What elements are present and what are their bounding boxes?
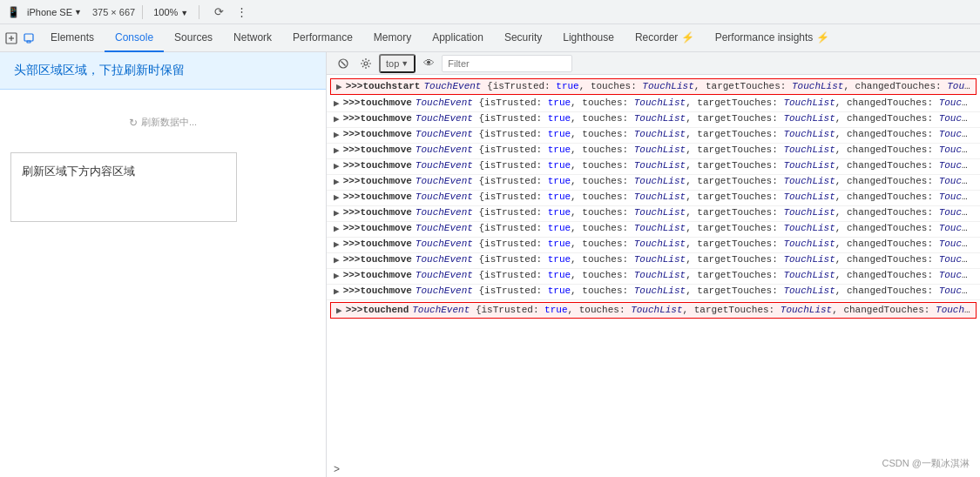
tab-elements[interactable]: Elements [40, 24, 105, 52]
expand-arrow[interactable]: ▶ [334, 223, 340, 234]
tab-performance[interactable]: Performance [282, 24, 363, 52]
console-row: ▶>>>touchmove TouchEvent {isTrusted: tru… [327, 285, 980, 300]
expand-arrow[interactable]: ▶ [334, 207, 340, 218]
console-row: ▶>>>touchmove TouchEvent {isTrusted: tru… [327, 269, 980, 285]
svg-rect-3 [24, 34, 33, 41]
console-row: ▶>>>touchmove TouchEvent {isTrusted: tru… [327, 222, 980, 238]
watermark: CSDN @一颗冰淇淋 [882, 457, 970, 470]
inspect-icon[interactable] [3, 30, 19, 46]
expand-arrow[interactable]: ▶ [334, 286, 340, 297]
console-text: TouchEvent {isTrusted: true, touches: To… [416, 97, 973, 108]
console-text: TouchEvent {isTrusted: true, touches: To… [416, 270, 973, 280]
separator2 [199, 5, 199, 19]
console-row: ▶>>>touchmove TouchEvent {isTrusted: tru… [327, 238, 980, 253]
console-text: TouchEvent {isTrusted: true, touches: To… [416, 223, 973, 233]
tab-application[interactable]: Application [422, 24, 494, 52]
chevron-down-icon: ▼ [401, 59, 409, 68]
console-output[interactable]: ▶>>>touchstart TouchEvent {isTrusted: tr… [327, 75, 980, 461]
expand-arrow[interactable]: ▶ [336, 81, 342, 92]
console-text: TouchEvent {isTrusted: true, touches: To… [416, 113, 973, 124]
device-name: iPhone SE [27, 7, 72, 17]
more-options-icon[interactable]: ⋮ [233, 3, 250, 21]
console-row: ▶>>>touchmove TouchEvent {isTrusted: tru… [327, 159, 980, 175]
svg-line-6 [341, 61, 346, 65]
event-prefix: >>>touchmove [343, 270, 412, 280]
phone-icon: 📱 [7, 6, 20, 18]
console-row: ▶>>>touchmove TouchEvent {isTrusted: tru… [327, 253, 980, 269]
expand-arrow[interactable]: ▶ [334, 97, 340, 109]
device-controls: 📱 iPhone SE ▼ 375 × 667 100% ▼ ⟳ ⋮ [7, 3, 250, 21]
console-row: ▶>>>touchmove TouchEvent {isTrusted: tru… [327, 191, 980, 206]
console-row: ▶>>>touchmove TouchEvent {isTrusted: tru… [327, 144, 980, 159]
event-prefix: >>>touchend [346, 305, 409, 315]
watermark-text: CSDN @一颗冰淇淋 [882, 458, 970, 468]
expand-arrow[interactable]: ▶ [334, 160, 340, 171]
expand-arrow[interactable]: ▶ [334, 144, 340, 156]
settings-icon[interactable] [356, 54, 375, 73]
tab-network[interactable]: Network [223, 24, 282, 52]
chevron-down-icon: ▼ [74, 8, 82, 17]
top-bar: 📱 iPhone SE ▼ 375 × 667 100% ▼ ⟳ ⋮ [0, 0, 980, 24]
event-prefix: >>>touchmove [343, 286, 412, 296]
tab-lighthouse[interactable]: Lighthouse [552, 24, 625, 52]
tab-recorder[interactable]: Recorder ⚡ [625, 24, 705, 52]
tab-performance-insights[interactable]: Performance insights ⚡ [705, 24, 840, 52]
expand-arrow[interactable]: ▶ [334, 176, 340, 187]
top-context-selector[interactable]: top ▼ [379, 54, 416, 73]
phone-header: 头部区域区域，下拉刷新时保留 [0, 52, 326, 90]
prompt-chevron: > [334, 463, 340, 475]
expand-arrow[interactable]: ▶ [334, 191, 340, 203]
nav-tabs: Elements Console Sources Network Perform… [0, 24, 980, 52]
console-text: TouchEvent {isTrusted: true, touches: To… [416, 207, 973, 218]
console-row: ▶>>>touchmove TouchEvent {isTrusted: tru… [327, 97, 980, 112]
event-prefix: >>>touchmove [343, 160, 412, 171]
expand-arrow[interactable]: ▶ [334, 129, 340, 140]
console-text: TouchEvent {isTrusted: true, touches: To… [416, 129, 973, 139]
event-prefix: >>>touchmove [343, 176, 412, 186]
rotate-icon[interactable]: ⟳ [210, 3, 227, 21]
phone-body: 刷新区域下方内容区域 [0, 142, 326, 232]
event-prefix: >>>touchmove [343, 223, 412, 233]
svg-point-7 [364, 62, 368, 65]
event-prefix: >>>touchmove [343, 97, 412, 108]
zoom-selector[interactable]: 100% ▼ [150, 5, 192, 19]
filter-input[interactable] [442, 55, 572, 72]
separator [142, 5, 143, 19]
console-text: TouchEvent {isTrusted: true, touches: To… [416, 254, 973, 265]
dimensions-text: 375 × 667 [92, 7, 135, 17]
toolbar-icons: ⟳ ⋮ [210, 3, 250, 21]
refresh-text: 刷新数据中... [141, 116, 197, 129]
console-panel: top ▼ 👁 ▶>>>touchstart TouchEvent {isTru… [327, 52, 980, 477]
device-toggle-icon[interactable] [21, 30, 37, 46]
spinner-icon: ↻ [129, 117, 138, 129]
expand-arrow[interactable]: ▶ [334, 113, 340, 124]
console-text: TouchEvent {isTrusted: true, touches: To… [423, 81, 970, 91]
phone-body-text: 刷新区域下方内容区域 [22, 165, 135, 178]
console-text: TouchEvent {isTrusted: true, touches: To… [416, 191, 973, 202]
clear-console-button[interactable] [334, 54, 353, 73]
console-row: ▶>>>touchend TouchEvent {isTrusted: true… [330, 302, 977, 319]
tab-icons [3, 30, 37, 46]
zoom-value: 100% [153, 7, 178, 17]
main-layout: 头部区域区域，下拉刷新时保留 ↻ 刷新数据中... 刷新区域下方内容区域 [0, 52, 980, 477]
event-prefix: >>>touchmove [343, 129, 412, 139]
console-row: ▶>>>touchmove TouchEvent {isTrusted: tru… [327, 128, 980, 144]
expand-arrow[interactable]: ▶ [334, 254, 340, 265]
eye-icon[interactable]: 👁 [419, 54, 438, 73]
tab-memory[interactable]: Memory [363, 24, 422, 52]
console-row: ▶>>>touchmove TouchEvent {isTrusted: tru… [327, 175, 980, 191]
phone-content-box: 刷新区域下方内容区域 [10, 152, 237, 222]
expand-arrow[interactable]: ▶ [334, 238, 340, 250]
chevron-down-icon: ▼ [180, 9, 188, 17]
expand-arrow[interactable]: ▶ [334, 270, 340, 281]
phone-preview: 头部区域区域，下拉刷新时保留 ↻ 刷新数据中... 刷新区域下方内容区域 [0, 52, 327, 477]
event-prefix: >>>touchmove [343, 254, 412, 265]
tab-console[interactable]: Console [105, 24, 164, 52]
refresh-indicator: ↻ 刷新数据中... [129, 116, 197, 129]
tab-security[interactable]: Security [494, 24, 552, 52]
device-selector[interactable]: iPhone SE ▼ [24, 5, 85, 19]
tab-sources[interactable]: Sources [164, 24, 223, 52]
event-prefix: >>>touchmove [343, 113, 412, 124]
expand-arrow[interactable]: ▶ [336, 305, 342, 316]
console-row: ▶>>>touchmove TouchEvent {isTrusted: tru… [327, 112, 980, 128]
